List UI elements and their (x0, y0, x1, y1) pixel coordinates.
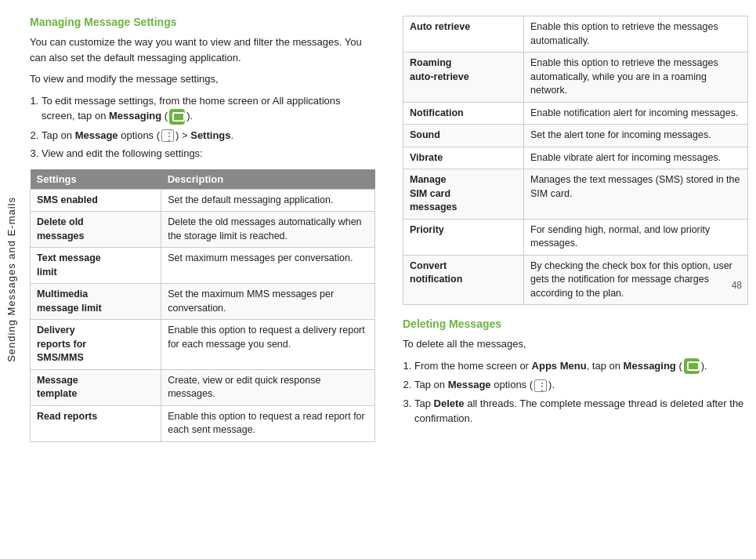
page-container: Sending Messages and E-mails Managing Me… (0, 0, 756, 559)
menu-icon-1 (161, 129, 174, 142)
table-row: Delete oldmessages Delete the old messag… (31, 212, 375, 248)
right-setting-name: Sound (403, 125, 524, 147)
settings-table-body: SMS enabled Set the default messaging ap… (31, 189, 375, 441)
right-setting-name: Convertnotification (403, 255, 524, 305)
table-row: Text messagelimit Set maximum messages p… (31, 248, 375, 284)
delete-step-3: Tap Delete all threads. The complete mes… (414, 396, 748, 427)
delete-step-2: Tap on Message options (). (414, 377, 748, 393)
setting-name: Deliveryreports forSMS/MMS (31, 320, 161, 370)
table-row: Sound Set the alert tone for incoming me… (403, 125, 748, 147)
sidebar-label: Sending Messages and E-mails (5, 197, 17, 362)
setting-name: Messagetemplate (31, 369, 161, 405)
messaging-icon-1 (169, 109, 185, 125)
table-row: Deliveryreports forSMS/MMS Enable this o… (31, 320, 375, 370)
table-row: Multimediamessage limit Set the maximum … (31, 284, 375, 320)
setting-desc: Set the maximum MMS messages per convers… (161, 284, 375, 320)
table-row: Messagetemplate Create, view or edit qui… (31, 369, 375, 405)
right-setting-desc: Enable this option to retrieve the messa… (524, 53, 748, 103)
messaging-icon-2 (684, 358, 700, 374)
deleting-section: Deleting Messages To delete all the mess… (403, 318, 748, 427)
deleting-steps-list: From the home screen or Apps Menu, tap o… (403, 358, 748, 427)
step-3: View and edit the following settings: (42, 146, 375, 162)
right-setting-desc: Enable notification alert for incoming m… (524, 102, 748, 125)
steps-list: To edit message settings, from the home … (30, 93, 375, 162)
setting-desc: Set the default messaging application. (161, 189, 375, 212)
table-row: Priority For sending high, normal, and l… (403, 219, 748, 255)
setting-name: Text messagelimit (31, 248, 161, 284)
right-table: Auto retrieve Enable this option to retr… (403, 16, 748, 305)
menu-icon-2 (534, 379, 547, 392)
table-row: Convertnotification By checking the chec… (403, 255, 748, 305)
right-setting-name: Vibrate (403, 147, 524, 169)
step-2: Tap on Message options () > Settings. (42, 128, 375, 143)
deleting-title: Deleting Messages (403, 318, 748, 330)
right-setting-desc: For sending high, normal, and low priori… (524, 219, 748, 255)
col-settings: Settings (31, 169, 161, 190)
setting-desc: Delete the old messages automatically wh… (161, 212, 375, 248)
main-content: Managing Message Settings You can custom… (22, 0, 756, 559)
right-setting-desc: Manages the text messages (SMS) stored i… (524, 169, 748, 220)
step-1: To edit message settings, from the home … (42, 93, 375, 125)
setting-desc: Set maximum messages per conversation. (161, 248, 375, 284)
right-setting-desc: Enable this option to retrieve the messa… (524, 16, 748, 53)
setting-name: Multimediamessage limit (31, 284, 161, 320)
table-row: Roamingauto-retrieve Enable this option … (403, 53, 748, 103)
delete-step-1: From the home screen or Apps Menu, tap o… (414, 358, 748, 375)
table-row: Auto retrieve Enable this option to retr… (403, 16, 748, 53)
setting-desc: Enable this option to request a delivery… (161, 320, 375, 370)
setting-name: SMS enabled (31, 189, 161, 212)
left-column: Managing Message Settings You can custom… (30, 16, 383, 543)
sidebar: Sending Messages and E-mails (0, 0, 22, 559)
table-row: ManageSIM cardmessages Manages the text … (403, 169, 748, 220)
right-setting-name: Priority (403, 219, 524, 255)
table-row: SMS enabled Set the default messaging ap… (31, 189, 375, 212)
right-setting-name: Auto retrieve (403, 16, 524, 53)
col-description: Description (161, 169, 375, 190)
left-section-title: Managing Message Settings (30, 16, 375, 28)
sub-intro: To view and modify the message settings, (30, 71, 375, 87)
right-setting-desc: Set the alert tone for incoming messages… (524, 125, 748, 147)
right-setting-desc: Enable vibrate alert for incoming messag… (524, 147, 748, 169)
page-number: 48 (732, 280, 742, 291)
setting-desc: Create, view or edit quick response mess… (161, 369, 375, 405)
table-row: Notification Enable notification alert f… (403, 102, 748, 125)
deleting-intro: To delete all the messages, (403, 336, 748, 352)
right-setting-name: Notification (403, 102, 524, 125)
setting-name: Delete oldmessages (31, 212, 161, 248)
right-setting-desc: By checking the check box for this optio… (524, 255, 748, 305)
right-setting-name: Roamingauto-retrieve (403, 53, 524, 103)
intro-text: You can customize the way you want to vi… (30, 34, 375, 65)
right-column: Auto retrieve Enable this option to retr… (399, 16, 748, 543)
table-row: Vibrate Enable vibrate alert for incomin… (403, 147, 748, 169)
right-table-body: Auto retrieve Enable this option to retr… (403, 16, 748, 305)
table-row: Read reports Enable this option to reque… (31, 405, 375, 441)
settings-table: Settings Description SMS enabled Set the… (30, 169, 375, 442)
right-setting-name: ManageSIM cardmessages (403, 169, 524, 220)
setting-desc: Enable this option to request a read rep… (161, 405, 375, 441)
setting-name: Read reports (31, 405, 161, 441)
